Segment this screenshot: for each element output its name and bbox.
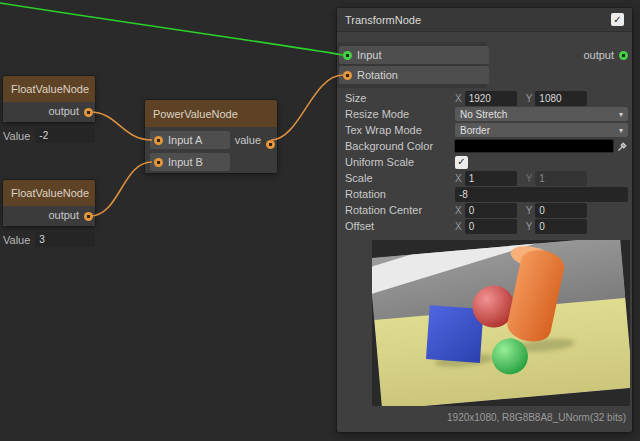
node-header[interactable]: PowerValueNode xyxy=(145,100,277,127)
y-axis-label: Y xyxy=(526,205,533,216)
size-y-input[interactable] xyxy=(535,91,587,106)
input-port[interactable] xyxy=(343,51,352,60)
node-body: output xyxy=(3,206,95,226)
scale-y-input xyxy=(535,171,587,186)
chevron-down-icon: ▾ xyxy=(619,110,623,119)
uniform-scale-checkbox[interactable]: ✓ xyxy=(455,156,468,169)
rotation-port[interactable] xyxy=(343,71,352,80)
y-axis-label: Y xyxy=(526,173,533,184)
node-graph-canvas[interactable]: FloatValueNode output Value FloatValueNo… xyxy=(0,0,640,441)
background-color-swatch[interactable] xyxy=(455,140,613,152)
resize-mode-row: Resize Mode No Stretch ▾ xyxy=(345,106,628,122)
output-port[interactable] xyxy=(84,212,93,221)
node-enabled-checkbox[interactable]: ✓ xyxy=(611,13,624,26)
rotation-input[interactable] xyxy=(455,187,628,202)
node-header[interactable]: FloatValueNode xyxy=(3,76,95,102)
node-title: FloatValueNode xyxy=(11,83,89,95)
float1-value-row: Value xyxy=(3,127,95,144)
node-title: TransformNode xyxy=(345,14,421,26)
background-color-row: Background Color xyxy=(345,138,628,154)
offset-label: Offset xyxy=(345,220,455,232)
value-label: Value xyxy=(3,130,30,142)
output-port-label: output xyxy=(48,209,79,221)
size-x-input[interactable] xyxy=(465,91,517,106)
rotation-port-label: Rotation xyxy=(357,69,398,81)
rotation-row: Rotation xyxy=(345,186,628,202)
input-b-label: Input B xyxy=(168,156,203,168)
scale-x-input[interactable] xyxy=(465,171,517,186)
preview-image xyxy=(372,240,630,406)
node-body: Input A Input B value xyxy=(145,127,277,173)
x-axis-label: X xyxy=(455,173,462,184)
tex-wrap-mode-dropdown[interactable]: Border ▾ xyxy=(455,123,628,137)
scale-label: Scale xyxy=(345,172,455,184)
input-ports-area: Input Rotation xyxy=(337,42,487,88)
eyedropper-icon[interactable] xyxy=(616,140,628,152)
y-axis-label: Y xyxy=(526,221,533,232)
dropdown-value: No Stretch xyxy=(460,109,507,120)
node-floatvalue-1[interactable]: FloatValueNode output xyxy=(3,76,95,122)
scale-row: Scale X Y xyxy=(345,170,628,186)
output-port-row: output xyxy=(583,46,632,64)
rotation-center-row: Rotation Center X Y xyxy=(345,202,628,218)
wire-float2-to-inputB[interactable] xyxy=(90,162,152,216)
input-port-label: Input xyxy=(357,49,381,61)
offset-row: Offset X Y xyxy=(345,218,628,234)
output-port-label: output xyxy=(583,49,614,61)
chevron-down-icon: ▾ xyxy=(619,126,623,135)
output-port-label: output xyxy=(48,105,79,117)
float2-value-row: Value xyxy=(3,231,95,248)
dropdown-value: Border xyxy=(460,125,490,136)
check-icon: ✓ xyxy=(613,15,621,25)
input-a-label: Input A xyxy=(168,134,202,146)
uniform-scale-label: Uniform Scale xyxy=(345,156,455,168)
size-row: Size X Y xyxy=(345,90,628,106)
y-axis-label: Y xyxy=(526,93,533,104)
node-powervalue[interactable]: PowerValueNode Input A Input B value xyxy=(145,100,277,173)
offset-x-input[interactable] xyxy=(465,219,517,234)
uniform-scale-row: Uniform Scale ✓ xyxy=(345,154,628,170)
size-label: Size xyxy=(345,92,455,104)
background-color-label: Background Color xyxy=(345,140,455,152)
node-title: FloatValueNode xyxy=(11,187,89,199)
tex-wrap-mode-row: Tex Wrap Mode Border ▾ xyxy=(345,122,628,138)
node-floatvalue-2[interactable]: FloatValueNode output xyxy=(3,180,95,226)
rotation-port-row[interactable]: Rotation xyxy=(339,66,489,84)
rotation-center-x-input[interactable] xyxy=(465,203,517,218)
resize-mode-dropdown[interactable]: No Stretch ▾ xyxy=(455,107,628,121)
input-a-port-row[interactable]: Input A xyxy=(150,131,230,149)
input-port-row[interactable]: Input xyxy=(339,46,489,64)
offset-y-input[interactable] xyxy=(535,219,587,234)
tex-wrap-mode-label: Tex Wrap Mode xyxy=(345,124,455,136)
x-axis-label: X xyxy=(455,93,462,104)
wire-float1-to-inputA[interactable] xyxy=(90,112,152,140)
resize-mode-label: Resize Mode xyxy=(345,108,455,120)
input-a-port[interactable] xyxy=(154,136,163,145)
input-b-port-row[interactable]: Input B xyxy=(150,153,230,171)
x-axis-label: X xyxy=(455,221,462,232)
wire-power-to-rotation[interactable] xyxy=(271,75,343,140)
float2-value-input[interactable] xyxy=(35,232,95,247)
value-port-label: value xyxy=(235,134,261,146)
rotation-center-y-input[interactable] xyxy=(535,203,587,218)
node-title: PowerValueNode xyxy=(153,108,238,120)
rotation-label: Rotation xyxy=(345,188,455,200)
node-header[interactable]: FloatValueNode xyxy=(3,180,95,206)
output-port[interactable] xyxy=(619,51,628,60)
node-transform[interactable]: TransformNode ✓ Input Rotation output Si… xyxy=(337,8,632,432)
preview-rotated-texture xyxy=(372,240,630,406)
texture-info-text: 1920x1080, R8G8B8A8_UNorm(32 bits) xyxy=(345,412,626,423)
node-body: output xyxy=(3,102,95,122)
x-axis-label: X xyxy=(455,205,462,216)
value-port[interactable] xyxy=(266,140,275,149)
output-port[interactable] xyxy=(84,108,93,117)
input-b-port[interactable] xyxy=(154,158,163,167)
wire-input-connection[interactable] xyxy=(0,3,343,55)
check-icon: ✓ xyxy=(457,157,465,167)
node-header[interactable]: TransformNode ✓ xyxy=(337,8,632,32)
value-label: Value xyxy=(3,234,30,246)
float1-value-input[interactable] xyxy=(35,128,95,143)
rotation-center-label: Rotation Center xyxy=(345,204,455,216)
